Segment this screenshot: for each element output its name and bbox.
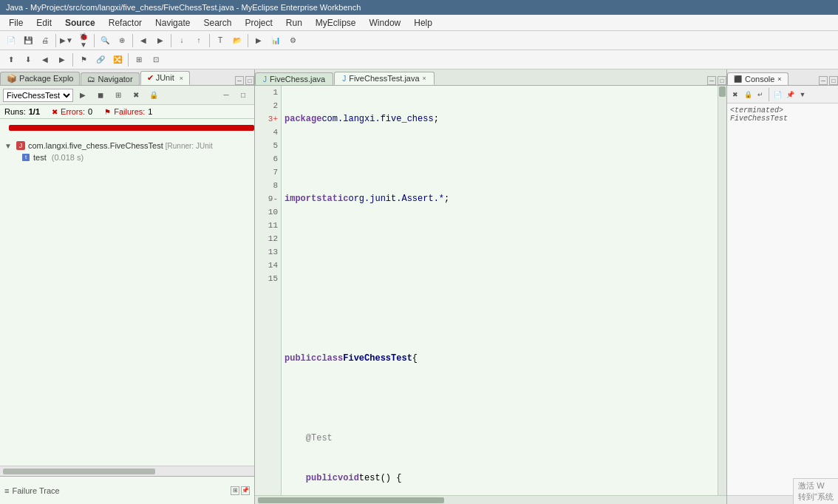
menu-search[interactable]: Search <box>197 16 237 30</box>
run-dropdown[interactable]: ▶▼ <box>58 33 75 49</box>
tree-collapse-icon[interactable]: ▼ <box>4 142 13 150</box>
junit-maximize[interactable]: □ <box>235 87 251 103</box>
maximize-left[interactable]: □ <box>245 76 254 85</box>
open-type[interactable]: T <box>212 33 228 49</box>
junit-h-scroll[interactable] <box>0 466 254 476</box>
tab-fivechess-java[interactable]: J FiveChess.java <box>255 72 333 85</box>
minimize-left[interactable]: ─ <box>235 76 244 85</box>
maximize-console[interactable]: □ <box>829 76 838 85</box>
line-num-1: 1 <box>255 86 281 99</box>
nav-forward[interactable]: ▶ <box>152 33 168 49</box>
console-pin[interactable]: 📌 <box>784 89 796 101</box>
junit-stop[interactable]: ◼ <box>92 87 109 103</box>
t2-perspective2[interactable]: ⊡ <box>148 52 164 68</box>
failure-trace-filter[interactable]: ⊞ <box>231 486 239 495</box>
menu-window[interactable]: Window <box>364 16 407 30</box>
tab-console[interactable]: ⬛ Console × <box>727 72 788 85</box>
code-content[interactable]: package com.langxi.five_chess; import st… <box>282 86 718 495</box>
debug-dropdown[interactable]: 🐞▼ <box>75 33 92 49</box>
console-word-wrap[interactable]: ↵ <box>754 89 766 101</box>
next-annotation[interactable]: ↓ <box>174 33 190 49</box>
close-junit-tab[interactable]: × <box>180 75 183 82</box>
junit-class-select[interactable]: FiveChessTest <box>3 89 73 102</box>
profile[interactable]: ⚙ <box>285 33 301 49</box>
tree-root-item[interactable]: ▼ J com.langxi.five_chess.FiveChessTest … <box>3 140 251 151</box>
sep3 <box>132 34 133 47</box>
editor-panel-controls: ─ □ <box>707 76 726 85</box>
menu-myeclipse[interactable]: MyEclipse <box>310 16 362 30</box>
nav-back[interactable]: ◀ <box>135 33 151 49</box>
fivechess-tab-label: FiveChess.java <box>270 75 325 84</box>
sep5 <box>209 34 210 47</box>
tree-child-time: (0.018 s) <box>52 153 84 162</box>
junit-icon: ✔ <box>147 73 154 82</box>
tab-junit[interactable]: ✔ JUnit × <box>140 71 190 85</box>
t2-btn5[interactable]: ⚑ <box>75 52 92 68</box>
t2-btn6[interactable]: 🔗 <box>92 52 109 68</box>
menu-run[interactable]: Run <box>280 16 308 30</box>
failure-trace-pin[interactable]: 📌 <box>241 486 250 495</box>
menu-file[interactable]: File <box>3 16 29 30</box>
tree-root-icon: J <box>16 140 26 151</box>
failure-trace-text: Failure Trace <box>12 486 59 495</box>
line-numbers: 1 2 3+ 4 5 6 7 8 9- 10 11 12 13 14 15 <box>255 86 282 495</box>
new-btn[interactable]: 📄 <box>3 33 19 49</box>
tab-navigator[interactable]: 🗂 Navigator <box>81 72 139 85</box>
run-test[interactable]: ▶ <box>251 33 267 49</box>
minimize-console[interactable]: ─ <box>819 76 828 85</box>
ref-search-btn[interactable]: ⊕ <box>114 33 130 49</box>
close-editor-tab[interactable]: × <box>423 75 426 82</box>
console-open-file[interactable]: 📄 <box>771 89 783 101</box>
menu-bar: File Edit Source Refactor Navigate Searc… <box>0 15 838 31</box>
junit-history[interactable]: ⊞ <box>110 87 126 103</box>
save-btn[interactable]: 💾 <box>20 33 36 49</box>
t2-btn3[interactable]: ◀ <box>37 52 53 68</box>
menu-navigate[interactable]: Navigate <box>149 16 196 30</box>
junit-minimize[interactable]: ─ <box>218 87 234 103</box>
hscroll-thumb[interactable] <box>258 497 444 503</box>
t2-btn4[interactable]: ▶ <box>54 52 70 68</box>
menu-refactor[interactable]: Refactor <box>103 16 148 30</box>
search-btn[interactable]: 🔍 <box>97 33 113 49</box>
code-line-7: public class FiveChessTest { <box>285 352 715 365</box>
sep8 <box>128 53 129 67</box>
editor-vscroll[interactable] <box>718 86 726 495</box>
menu-edit[interactable]: Edit <box>30 16 58 30</box>
junit-show-only-failures[interactable]: ✖ <box>128 87 144 103</box>
line-num-11: 11 <box>255 219 281 232</box>
prev-annotation[interactable]: ↑ <box>191 33 207 49</box>
junit-tree[interactable]: ▼ J com.langxi.five_chess.FiveChessTest … <box>0 137 254 466</box>
tab-package-explorer[interactable]: 📦 Package Explo <box>0 72 80 85</box>
line-num-3: 3+ <box>255 112 281 126</box>
t2-btn1[interactable]: ⬆ <box>3 52 19 68</box>
line-num-10: 10 <box>255 205 281 219</box>
console-clear[interactable]: ✖ <box>729 89 741 101</box>
t2-btn7[interactable]: 🔀 <box>109 52 126 68</box>
fivechesstest-tab-icon: J <box>342 75 346 83</box>
left-panel: 📦 Package Explo 🗂 Navigator ✔ JUnit × ─ … <box>0 69 255 504</box>
maximize-editor[interactable]: □ <box>718 76 726 85</box>
vscroll-thumb-top[interactable] <box>719 86 726 97</box>
h-scroll-thumb[interactable] <box>3 469 155 474</box>
close-console-tab[interactable]: × <box>777 75 781 83</box>
junit-rerun[interactable]: ▶ <box>75 87 91 103</box>
line-num-14: 14 <box>255 259 281 272</box>
vscroll-track[interactable] <box>718 98 726 495</box>
menu-help[interactable]: Help <box>408 16 438 30</box>
menu-source[interactable]: Source <box>59 16 101 30</box>
tree-child-item[interactable]: t test (0.018 s) <box>3 151 251 163</box>
t2-btn2[interactable]: ⬇ <box>20 52 36 68</box>
console-menu[interactable]: ▼ <box>797 89 808 101</box>
menu-project[interactable]: Project <box>239 16 278 30</box>
print-btn[interactable]: 🖨 <box>37 33 53 49</box>
coverage[interactable]: 📊 <box>268 33 284 49</box>
line-num-4: 4 <box>255 126 281 139</box>
code-editor[interactable]: 1 2 3+ 4 5 6 7 8 9- 10 11 12 13 14 15 pa… <box>255 86 726 495</box>
tab-fivechesstest-java[interactable]: J FiveChessTest.java × <box>334 72 435 85</box>
minimize-editor[interactable]: ─ <box>707 76 716 85</box>
open-resource[interactable]: 📂 <box>229 33 245 49</box>
console-scroll-lock[interactable]: 🔒 <box>742 89 754 101</box>
t2-perspectives[interactable]: ⊞ <box>131 52 147 68</box>
junit-scroll-lock[interactable]: 🔒 <box>146 87 162 103</box>
editor-hscroll[interactable] <box>255 495 726 504</box>
